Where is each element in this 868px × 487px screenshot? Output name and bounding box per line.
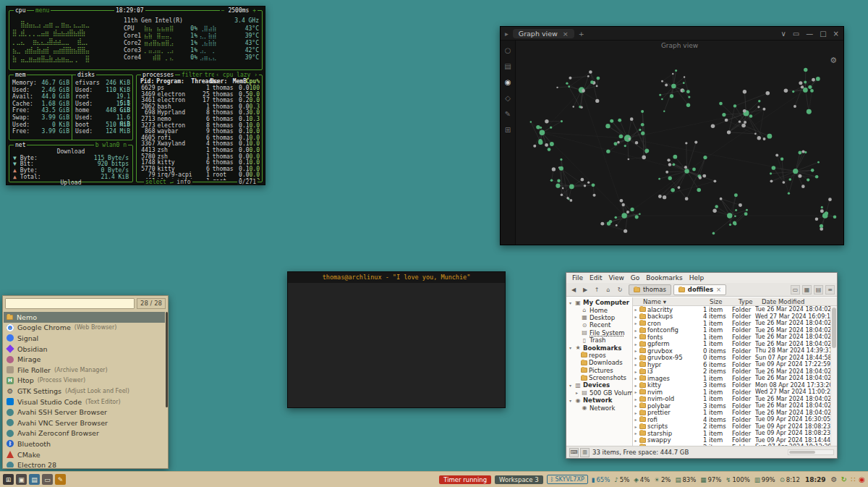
graph-node[interactable]: [665, 84, 668, 87]
maximize-icon[interactable]: □: [820, 30, 826, 38]
file-row[interactable]: ▸gruvbox0 itemsFolderThu 28 Mar 2024 14:…: [633, 347, 830, 355]
icon-view-button[interactable]: ▦: [802, 285, 812, 295]
graph-node[interactable]: [609, 220, 613, 224]
graph-node[interactable]: [672, 163, 675, 166]
graph-node[interactable]: [641, 110, 644, 113]
settings-icon[interactable]: ⚙: [831, 475, 838, 483]
sidebar-item-home[interactable]: ⌂Home: [566, 306, 632, 313]
home-button[interactable]: ⌂: [603, 284, 613, 295]
sidebar-item-file-system[interactable]: ▤File System: [566, 329, 632, 336]
graph-node[interactable]: [661, 80, 663, 82]
expander-icon[interactable]: ▸: [633, 424, 638, 429]
graph-node[interactable]: [644, 148, 649, 153]
process-row[interactable]: 5780zsh1thomas0.00.0: [137, 153, 262, 160]
graph-node[interactable]: [668, 177, 672, 180]
graph-node[interactable]: [552, 167, 556, 171]
menu-scrollbar[interactable]: [166, 312, 168, 407]
graph-node[interactable]: [686, 103, 690, 107]
expander-icon[interactable]: ▸: [633, 321, 638, 326]
timer-badge[interactable]: Timer running: [439, 475, 491, 484]
sidebar-item-desktop[interactable]: ▦Desktop: [566, 314, 632, 321]
app-item-gtk-settings[interactable]: ⚙GTK Settings(Adjust Look and Feel): [4, 386, 165, 397]
app-item-avahi-zeroconf-browser[interactable]: Avahi Zeroconf Browser: [4, 428, 165, 439]
back-button[interactable]: ◀: [569, 284, 579, 295]
graph-node[interactable]: [561, 193, 563, 195]
horizontal-scrollbar[interactable]: [788, 449, 834, 455]
graph-node[interactable]: [620, 199, 624, 203]
graph-node[interactable]: [540, 130, 545, 135]
graph-node[interactable]: [663, 195, 666, 199]
graph-node[interactable]: [734, 193, 738, 197]
file-row[interactable]: ▸kitty3 itemsFolderMon 08 Apr 2024 17:33…: [633, 382, 830, 389]
tab-graph-view[interactable]: Graph view×: [513, 29, 574, 38]
expander-icon[interactable]: ▸: [633, 307, 638, 312]
terminal-window[interactable]: thomas@archlinux - "I love you, Munchie": [287, 271, 506, 408]
expander-icon[interactable]: ▸: [633, 431, 638, 436]
expander-icon[interactable]: ▸: [633, 410, 638, 415]
process-row[interactable]: 4413zsh1thomas0.00.0: [137, 147, 262, 153]
graph-node[interactable]: [641, 123, 644, 127]
memory-indicator[interactable]: ▥99%: [754, 476, 775, 483]
graph-node[interactable]: [720, 198, 723, 200]
graph-node[interactable]: [733, 104, 736, 107]
uptime-indicator[interactable]: ⊙8:12: [780, 476, 800, 483]
graph-node[interactable]: [582, 89, 585, 93]
forward-button[interactable]: ▶: [580, 284, 590, 295]
graph-node[interactable]: [793, 105, 796, 108]
process-row[interactable]: 868waybar9thomas0.10.0: [137, 128, 262, 135]
graph-node[interactable]: [739, 203, 742, 207]
expander-icon[interactable]: ▸: [633, 348, 638, 353]
graph-node[interactable]: [642, 156, 646, 160]
sidebar-item-screenshots[interactable]: Screenshots: [566, 374, 632, 381]
graph-node[interactable]: [593, 194, 596, 197]
process-row[interactable]: 6629ps1thomas0.0100: [137, 85, 262, 91]
clock[interactable]: 18:29: [804, 476, 827, 483]
up-button[interactable]: ↑: [592, 284, 602, 295]
sidebar-item-500-gb-volume[interactable]: ▸▤500 GB Volume: [566, 389, 632, 397]
sort-selector[interactable]: ‹ cpu lazy ›: [214, 72, 259, 78]
graph-node[interactable]: [545, 143, 548, 147]
expander-icon[interactable]: ▸: [633, 389, 638, 394]
graph-node[interactable]: [807, 109, 812, 114]
app-item-file-roller[interactable]: File Roller(Archive Manager): [4, 365, 165, 376]
graph-node[interactable]: [639, 129, 641, 131]
sidebar-item-network[interactable]: ▾◉Network: [566, 397, 632, 404]
graph-node[interactable]: [610, 119, 613, 123]
graph-node[interactable]: [743, 90, 746, 93]
graph-node[interactable]: [675, 69, 677, 72]
graph-node[interactable]: [798, 174, 801, 178]
sidebar-item-network[interactable]: ◉Network: [566, 404, 632, 411]
volume-indicator[interactable]: ♪5%: [614, 476, 629, 483]
update-interval[interactable]: − 2500ms +: [220, 7, 258, 14]
filter-button[interactable]: filter: [180, 72, 204, 78]
list-view-button[interactable]: ▤: [814, 285, 823, 295]
graph-node[interactable]: [569, 77, 571, 80]
graph-node[interactable]: [727, 130, 731, 134]
graph-node[interactable]: [668, 163, 671, 166]
graph-node[interactable]: [744, 212, 748, 216]
graph-node[interactable]: [712, 209, 716, 213]
expander-icon[interactable]: ▸: [633, 355, 638, 360]
graph-node[interactable]: [743, 109, 746, 113]
graph-node[interactable]: [568, 85, 570, 88]
net-interface[interactable]: b wlan0 n: [94, 142, 128, 148]
disk-indicator[interactable]: ▤83%: [675, 476, 696, 483]
terminal-icon[interactable]: ▣: [16, 474, 27, 485]
command-palette-icon[interactable]: ⊞: [505, 126, 511, 134]
graph-node[interactable]: [801, 150, 804, 153]
canvas-icon[interactable]: ◇: [505, 94, 511, 102]
graph-node[interactable]: [744, 121, 746, 124]
expander-icon[interactable]: ▾: [568, 383, 573, 388]
graph-node[interactable]: [722, 113, 726, 117]
graph-node[interactable]: [533, 145, 536, 148]
display-icon[interactable]: ▭: [42, 474, 53, 485]
expander-icon[interactable]: ▾: [568, 300, 573, 305]
app-item-bluetooth[interactable]: ᛒBluetooth: [4, 439, 165, 449]
file-row[interactable]: ▸fontconfig1 itemFolderTue 26 Mar 2024 1…: [633, 327, 830, 334]
graph-node[interactable]: [627, 158, 629, 161]
dual-pane-button[interactable]: ▭: [791, 285, 800, 295]
quick-switcher-icon[interactable]: ○: [505, 46, 511, 54]
updates-icon[interactable]: ↻: [841, 475, 847, 483]
graph-node[interactable]: [536, 125, 540, 129]
graph-node[interactable]: [617, 141, 620, 144]
